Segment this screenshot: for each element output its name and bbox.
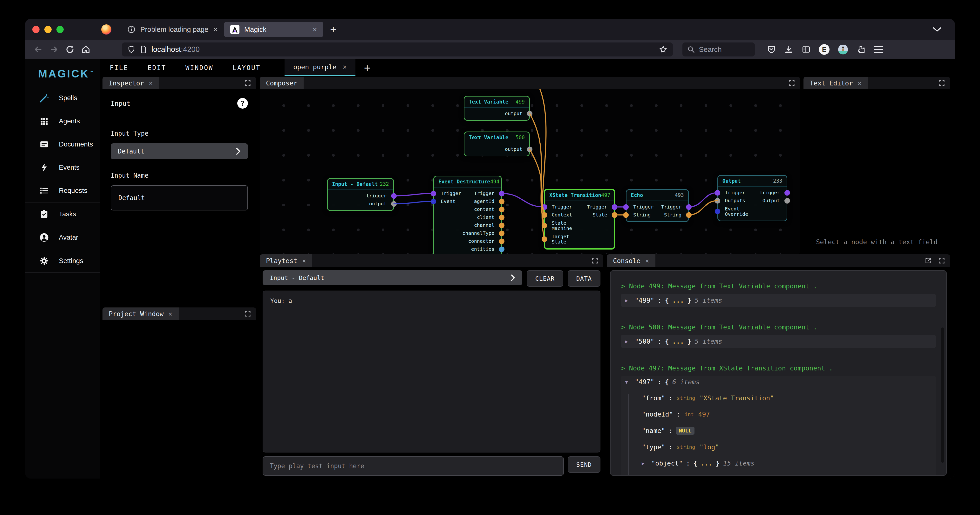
output-socket-output[interactable] <box>784 198 790 203</box>
playtest-input-field[interactable] <box>262 456 564 476</box>
close-panel-icon[interactable]: × <box>302 257 306 265</box>
expand-panel-icon[interactable] <box>938 80 945 87</box>
expand-arrow-icon[interactable]: ▶ <box>625 339 631 344</box>
tab-list-chevron-icon[interactable] <box>932 27 942 32</box>
input-type-dropdown[interactable]: Default <box>111 143 248 159</box>
input-socket-target-state[interactable] <box>542 236 547 242</box>
sidebar-item-avatar[interactable]: Avatar <box>25 226 100 249</box>
graph-node-xs497[interactable]: XState Transition497TriggerTriggerContex… <box>544 189 615 250</box>
bookmark-star-icon[interactable] <box>659 45 668 54</box>
menu-layout[interactable]: LAYOUT <box>223 59 270 76</box>
forward-icon[interactable] <box>48 43 60 56</box>
input-socket-state-machine[interactable] <box>542 223 547 228</box>
input-socket-event[interactable] <box>431 199 436 204</box>
close-panel-icon[interactable]: × <box>645 257 649 265</box>
graph-node-echo493[interactable]: Echo493TriggerTriggerStringString <box>626 189 689 222</box>
output-socket-trigger[interactable] <box>499 191 504 196</box>
menu-edit[interactable]: EDIT <box>138 59 176 76</box>
sidebar-toggle-icon[interactable] <box>802 45 811 54</box>
search-bar[interactable]: Search <box>682 43 755 56</box>
close-panel-icon[interactable]: × <box>169 310 172 317</box>
sidebar-item-documents[interactable]: Documents <box>25 133 100 156</box>
sidebar-item-agents[interactable]: Agents <box>25 110 100 133</box>
input-socket-string[interactable] <box>623 212 628 218</box>
expand-panel-icon[interactable] <box>244 80 251 87</box>
reload-icon[interactable] <box>64 43 76 56</box>
output-socket-state[interactable] <box>612 212 617 218</box>
close-panel-icon[interactable]: × <box>858 80 862 87</box>
output-socket-agentid[interactable] <box>499 199 504 204</box>
send-button[interactable]: SEND <box>568 456 600 473</box>
sidebar-item-events[interactable]: Events <box>25 156 100 179</box>
clear-button[interactable]: CLEAR <box>527 270 563 287</box>
shield-icon[interactable] <box>127 45 135 54</box>
output-socket-channeltype[interactable] <box>499 230 504 236</box>
input-socket-context[interactable] <box>542 212 547 218</box>
expand-arrow-icon[interactable]: ▶ <box>642 461 648 466</box>
input-name-field[interactable] <box>111 185 248 210</box>
close-window-button[interactable] <box>32 26 40 33</box>
output-socket-output[interactable] <box>527 111 533 116</box>
help-icon[interactable]: ? <box>237 98 248 108</box>
expand-panel-icon[interactable] <box>591 257 598 264</box>
playtest-input-selector[interactable]: Input - Default <box>262 270 522 285</box>
output-socket-trigger[interactable] <box>391 193 397 199</box>
composer-tab[interactable]: Composer <box>260 77 304 89</box>
graph-node-tv499[interactable]: Text Variable499output <box>464 96 530 121</box>
profile-avatar[interactable] <box>838 44 848 55</box>
new-tab-button[interactable]: + <box>330 23 337 36</box>
url-text[interactable]: localhost:4200 <box>151 45 654 54</box>
sidebar-item-spells[interactable]: Spells <box>25 86 100 110</box>
home-icon[interactable] <box>80 43 92 56</box>
browser-tab-problem[interactable]: Problem loading page × <box>121 22 224 37</box>
expand-panel-icon[interactable] <box>244 310 251 317</box>
graph-node-tv500[interactable]: Text Variable500output <box>464 132 530 156</box>
output-socket-trigger[interactable] <box>612 204 617 210</box>
output-socket-client[interactable] <box>499 215 504 220</box>
graph-node-out233[interactable]: Output233TriggerTriggerOutputsOutputEven… <box>718 175 788 221</box>
extensions-puzzle-icon[interactable] <box>856 45 866 54</box>
output-socket-channel[interactable] <box>499 223 504 228</box>
expand-panel-icon[interactable] <box>938 257 945 264</box>
sidebar-item-requests[interactable]: Requests <box>25 179 100 202</box>
minimize-window-button[interactable] <box>45 26 52 33</box>
sidebar-item-settings[interactable]: Settings <box>25 249 100 273</box>
input-socket-trigger[interactable] <box>431 191 436 196</box>
spell-tab-open-purple[interactable]: open purple × <box>285 59 355 76</box>
output-socket-content[interactable] <box>499 207 504 212</box>
console-object-collapsed[interactable]: ▶"500":{...}5 items <box>621 335 935 348</box>
input-socket-outputs[interactable] <box>715 198 720 203</box>
close-tab-icon[interactable]: × <box>312 25 317 34</box>
menu-window[interactable]: WINDOW <box>176 59 223 76</box>
back-icon[interactable] <box>32 43 45 56</box>
menu-file[interactable]: FILE <box>100 59 138 76</box>
close-panel-icon[interactable]: × <box>149 80 153 87</box>
expand-arrow-icon[interactable]: ▶ <box>625 298 631 303</box>
pocket-icon[interactable] <box>767 45 776 54</box>
console-object-collapsed[interactable]: ▶"499":{...}5 items <box>621 294 935 307</box>
extension-e-icon[interactable]: E <box>819 44 829 55</box>
console-scrollbar-thumb[interactable] <box>941 327 944 462</box>
project-window-tab[interactable]: Project Window × <box>102 308 179 320</box>
output-socket-output[interactable] <box>527 147 533 152</box>
output-socket-string[interactable] <box>686 212 692 218</box>
add-spell-tab-button[interactable]: + <box>355 59 379 76</box>
open-external-icon[interactable] <box>924 257 932 264</box>
sidebar-item-tasks[interactable]: Tasks <box>25 202 100 226</box>
input-socket-trigger[interactable] <box>623 204 628 210</box>
output-socket-entities[interactable] <box>499 246 504 252</box>
input-socket-event-override[interactable] <box>715 209 720 214</box>
inspector-tab[interactable]: Inspector × <box>102 77 159 89</box>
data-button[interactable]: DATA <box>568 270 600 287</box>
expand-panel-icon[interactable] <box>788 80 795 87</box>
node-graph-canvas[interactable]: Text Variable499outputText Variable500ou… <box>260 89 800 254</box>
input-socket-trigger[interactable] <box>542 204 547 210</box>
browser-tab-magick[interactable]: Magick × <box>224 22 323 37</box>
graph-node-in232[interactable]: Input - Default232triggeroutput <box>327 178 394 211</box>
url-bar[interactable]: localhost:4200 <box>122 43 673 56</box>
output-socket-trigger[interactable] <box>784 190 790 196</box>
close-spell-tab-icon[interactable]: × <box>343 63 347 71</box>
console-tab[interactable]: Console × <box>607 254 655 267</box>
output-socket-output[interactable] <box>391 201 397 207</box>
input-socket-trigger[interactable] <box>715 190 720 196</box>
